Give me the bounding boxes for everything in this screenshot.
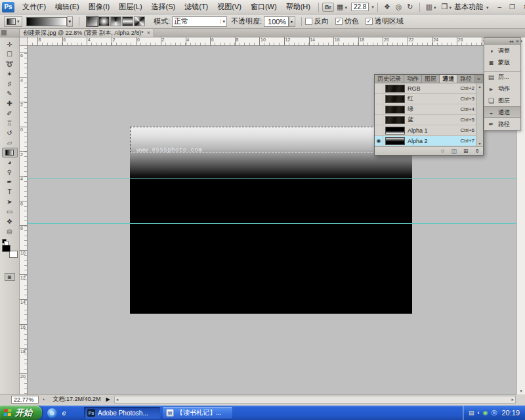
panel-tab[interactable]: 图层	[422, 75, 440, 83]
quick-launch-ie-icon[interactable]: e	[59, 408, 69, 418]
shape-tool[interactable]: ▭	[2, 207, 18, 217]
restore-button[interactable]: ❐	[505, 3, 519, 10]
horizontal-guide[interactable]	[28, 178, 516, 179]
gradient-preview[interactable]	[26, 17, 67, 26]
path-selection-tool[interactable]: ➤	[2, 197, 18, 207]
start-button[interactable]: 开始	[0, 406, 42, 420]
document-tab[interactable]: 创建景深.jpg @ 22.8% (背景 副本, Alpha 2/8)* ×	[20, 29, 154, 37]
hand-tool[interactable]: ❖	[2, 217, 18, 226]
close-button[interactable]: ✕	[519, 3, 525, 10]
screen-mode-button[interactable]: ❒▾	[439, 2, 454, 12]
reflected-gradient-button[interactable]	[122, 16, 133, 26]
eye-icon[interactable]	[375, 125, 383, 135]
healing-brush-tool[interactable]: ✚	[2, 98, 18, 108]
type-tool[interactable]: T	[2, 187, 18, 197]
quick-selection-tool[interactable]: ✶	[2, 69, 18, 79]
dock-actions[interactable]: ▸ 动作	[484, 83, 520, 94]
lasso-tool[interactable]: ➰	[2, 59, 18, 69]
new-channel-icon[interactable]: ⊞	[460, 148, 472, 154]
quick-launch-globe-icon[interactable]: ◍	[47, 408, 57, 418]
rotate-view-button[interactable]: ↻	[404, 2, 415, 12]
menu-item[interactable]: 文件(F)	[18, 0, 51, 14]
h-ruler[interactable]: 8642024681012141618202224262830	[28, 37, 516, 46]
eye-icon[interactable]: ◉	[375, 136, 383, 146]
eye-icon[interactable]	[375, 115, 383, 125]
scroll-down-icon[interactable]: ▾	[520, 388, 522, 394]
brush-tool[interactable]: ✐	[2, 108, 18, 118]
option-checkbox[interactable]: 反向	[305, 16, 329, 26]
dock-adjustments[interactable]: ◑ 调整	[484, 45, 520, 56]
arrange-documents-button[interactable]: ▥▾	[423, 2, 439, 12]
menu-item[interactable]: 图层(L)	[114, 0, 146, 14]
eye-icon[interactable]	[375, 104, 383, 114]
linear-gradient-button[interactable]	[87, 16, 98, 26]
dock-masks[interactable]: ◙ 蒙版	[484, 56, 520, 68]
horizontal-guide[interactable]	[28, 223, 516, 224]
v-ruler[interactable]: 64202468101214161820	[20, 46, 28, 394]
workspace-switcher[interactable]: 基本功能 ▾	[454, 2, 489, 12]
hand-tool-button[interactable]: ❖	[381, 2, 393, 12]
menu-item[interactable]: 帮助(H)	[282, 0, 315, 14]
panel-tab[interactable]: 通道	[440, 75, 457, 83]
tray-printer-icon[interactable]: ▤	[469, 410, 474, 416]
scroll-left-icon[interactable]: ◂	[116, 397, 119, 402]
panel-arrows-icon[interactable]: »	[475, 76, 482, 82]
dock-layers[interactable]: ❏ 图层	[484, 94, 520, 106]
marquee-tool[interactable]: ☐	[2, 49, 18, 59]
angle-gradient-button[interactable]	[110, 16, 121, 26]
foreground-color-swatch[interactable]	[2, 245, 10, 252]
save-selection-icon[interactable]: ◫	[448, 148, 460, 154]
dock-history[interactable]: ▤ 历...	[484, 71, 520, 83]
menu-item[interactable]: 编辑(E)	[51, 0, 84, 14]
opacity-input[interactable]: 100%	[264, 16, 289, 27]
option-checkbox[interactable]: ✓仿色	[335, 16, 359, 26]
panel-tab[interactable]: 路径	[457, 75, 475, 83]
scroll-right-icon[interactable]: ▸	[511, 397, 514, 402]
dock-close-icon[interactable]: ✕	[514, 39, 520, 43]
quick-mask-button[interactable]: ◙	[5, 273, 15, 281]
eraser-tool[interactable]: ▱	[2, 138, 18, 148]
eye-icon[interactable]	[375, 94, 383, 104]
chevron-down-icon[interactable]: ▾	[371, 5, 374, 10]
bridge-button[interactable]: Br	[322, 3, 334, 12]
horizontal-scrollbar[interactable]: ◂ ▸	[114, 396, 516, 404]
move-tool[interactable]: ✛	[2, 39, 18, 49]
gradient-picker-arrow[interactable]: ▾	[67, 16, 74, 27]
radial-gradient-button[interactable]	[98, 16, 110, 26]
menu-item[interactable]: 窗口(W)	[246, 0, 282, 14]
menu-item[interactable]: 视图(V)	[213, 0, 246, 14]
tray-ime-icon[interactable]: ⓐ	[491, 409, 497, 417]
channel-row[interactable]: 蓝 Ctrl+5	[375, 115, 476, 125]
blend-mode-select[interactable]: 正常▾	[172, 16, 227, 27]
gradient-tool[interactable]	[2, 148, 18, 158]
panel-tab[interactable]: 动作	[404, 75, 422, 83]
channel-row[interactable]: Alpha 1 Ctrl+6	[375, 125, 476, 136]
tool-preset-picker[interactable]: ▾	[4, 16, 22, 27]
pen-tool[interactable]: ✒	[2, 177, 18, 187]
tab-close-icon[interactable]: ×	[147, 30, 150, 36]
load-selection-icon[interactable]: ○	[438, 148, 448, 154]
status-zoom-input[interactable]: 22.77%	[11, 396, 39, 404]
scroll-down-icon[interactable]: ▾	[478, 141, 480, 146]
clone-stamp-tool[interactable]: ♖	[2, 118, 18, 128]
menu-item[interactable]: 滤镜(T)	[180, 0, 213, 14]
panel-scrollbar[interactable]: ▴ ▾	[476, 83, 483, 146]
collapse-arrows-icon[interactable]: ◂◂	[508, 39, 514, 43]
scroll-up-icon[interactable]: ▴	[478, 84, 480, 89]
dodge-tool[interactable]: ⚲	[2, 167, 18, 177]
channel-row[interactable]: 绿 Ctrl+4	[375, 104, 476, 115]
document-image[interactable]: www.0555photo.com	[130, 127, 412, 314]
status-popup-arrow-icon[interactable]: ▶	[106, 396, 110, 402]
delete-channel-icon[interactable]: ⚱	[471, 148, 483, 154]
tray-collapse-icon[interactable]: ‹	[478, 410, 480, 416]
tray-status-icon[interactable]: ◉	[483, 410, 488, 416]
view-extras-button[interactable]: ▦▾	[334, 2, 350, 12]
diamond-gradient-button[interactable]	[134, 16, 145, 26]
task-photoshop[interactable]: Ps Adobe Photosh...	[84, 407, 160, 419]
dock-paths[interactable]: ✒ 路径	[484, 118, 520, 130]
menu-item[interactable]: 选择(S)	[147, 0, 180, 14]
panel-tab[interactable]: 历史记录	[375, 75, 404, 83]
dock-channels[interactable]: ◒ 通道	[484, 106, 520, 118]
taskbar-clock[interactable]: 20:19	[501, 409, 520, 417]
default-colors-icon[interactable]	[2, 239, 8, 244]
